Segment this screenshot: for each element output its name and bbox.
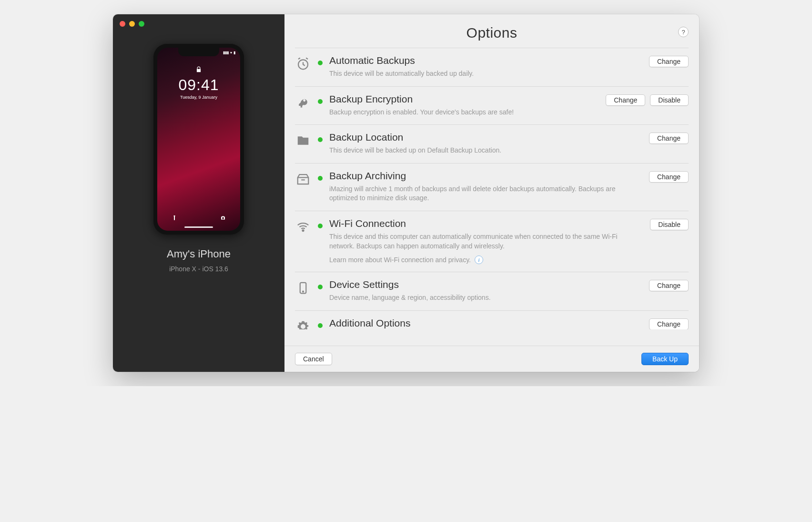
- option-desc: This device and this computer can automa…: [329, 232, 643, 251]
- wifi-icon: ▾: [230, 51, 232, 55]
- phone-date: Tuesday, 9 January: [180, 95, 217, 100]
- change-button[interactable]: Change: [649, 56, 689, 67]
- option-title: Automatic Backups: [329, 55, 642, 66]
- battery-icon: ▮: [233, 51, 235, 55]
- svg-point-1: [303, 230, 304, 231]
- option-automatic-backups: Automatic Backups This device will be au…: [295, 48, 689, 86]
- option-title: Backup Archiving: [329, 170, 642, 182]
- status-dot: [318, 323, 323, 328]
- option-title: Backup Location: [329, 132, 642, 143]
- option-desc: This device will be backed up on Default…: [329, 146, 642, 155]
- learn-more-text: Learn more about Wi-Fi connection and pr…: [329, 256, 471, 264]
- option-title: Device Settings: [329, 279, 642, 290]
- option-additional-options: Additional Options Change: [295, 310, 689, 329]
- options-window: ▮▮▮ ▾ ▮ 09:41 Tuesday, 9 January: [113, 14, 699, 372]
- change-button[interactable]: Change: [649, 171, 689, 183]
- help-button[interactable]: ?: [678, 27, 689, 37]
- maximize-icon[interactable]: [139, 21, 144, 27]
- option-title: Backup Encryption: [329, 93, 599, 105]
- device-name-label: Amy's iPhone: [167, 248, 231, 260]
- flashlight-icon: [172, 215, 177, 222]
- cancel-button[interactable]: Cancel: [295, 353, 332, 365]
- header: Options ?: [284, 14, 699, 48]
- backup-button[interactable]: Back Up: [641, 353, 689, 365]
- info-button[interactable]: i: [475, 256, 483, 264]
- page-title: Options: [284, 25, 699, 41]
- wifi-icon: [295, 219, 311, 235]
- option-device-settings: Device Settings Device name, language & …: [295, 272, 689, 310]
- option-title: Additional Options: [329, 317, 642, 329]
- lock-icon: [195, 66, 202, 74]
- status-dot: [318, 61, 323, 65]
- camera-icon: [220, 215, 226, 222]
- device-sidebar: ▮▮▮ ▾ ▮ 09:41 Tuesday, 9 January: [113, 14, 284, 372]
- change-button[interactable]: Change: [649, 318, 689, 329]
- option-backup-archiving: Backup Archiving iMazing will archive 1 …: [295, 163, 689, 211]
- phone-dock: [157, 215, 240, 222]
- window-controls: [120, 21, 144, 27]
- phone-device-icon: [295, 280, 311, 296]
- status-dot: [318, 224, 323, 228]
- option-desc: iMazing will archive 1 month of backups …: [329, 184, 642, 203]
- device-model-label: iPhone X - iOS 13.6: [169, 265, 228, 273]
- phone-frame: ▮▮▮ ▾ ▮ 09:41 Tuesday, 9 January: [153, 44, 244, 235]
- svg-point-3: [303, 291, 304, 292]
- option-backup-encryption: Backup Encryption Backup encryption is e…: [295, 86, 689, 125]
- alarm-clock-icon: [295, 56, 311, 72]
- option-desc: Device name, language & region, accessib…: [329, 293, 642, 303]
- home-indicator: [184, 226, 213, 228]
- phone-screen: ▮▮▮ ▾ ▮ 09:41 Tuesday, 9 January: [157, 48, 240, 231]
- status-dot: [318, 176, 323, 181]
- footer: Cancel Back Up: [284, 346, 699, 372]
- main-panel: Options ? Automatic Backups This device …: [284, 14, 699, 372]
- device-preview: ▮▮▮ ▾ ▮ 09:41 Tuesday, 9 January: [153, 44, 244, 273]
- gear-icon: [295, 318, 311, 329]
- status-dot: [318, 285, 323, 289]
- status-dot: [318, 137, 323, 142]
- option-backup-location: Backup Location This device will be back…: [295, 124, 689, 163]
- option-desc: Backup encryption is enabled. Your devic…: [329, 108, 599, 117]
- options-list: Automatic Backups This device will be au…: [284, 48, 699, 346]
- phone-time: 09:41: [178, 76, 219, 94]
- status-dot: [318, 99, 323, 104]
- option-title: Wi-Fi Connection: [329, 218, 643, 229]
- close-icon[interactable]: [120, 21, 125, 27]
- signal-icon: ▮▮▮: [223, 51, 229, 55]
- change-button[interactable]: Change: [649, 280, 689, 291]
- phone-notch: [178, 48, 219, 56]
- disable-button[interactable]: Disable: [650, 94, 689, 106]
- key-icon: [295, 94, 311, 111]
- folder-icon: [295, 133, 311, 149]
- learn-more-row: Learn more about Wi-Fi connection and pr…: [329, 256, 643, 264]
- option-desc: This device will be automatically backed…: [329, 69, 642, 79]
- change-button[interactable]: Change: [649, 133, 689, 144]
- minimize-icon[interactable]: [129, 21, 135, 27]
- option-wifi-connection: Wi-Fi Connection This device and this co…: [295, 211, 689, 272]
- change-button[interactable]: Change: [606, 94, 645, 106]
- archive-icon: [295, 171, 311, 187]
- disable-button[interactable]: Disable: [650, 219, 689, 230]
